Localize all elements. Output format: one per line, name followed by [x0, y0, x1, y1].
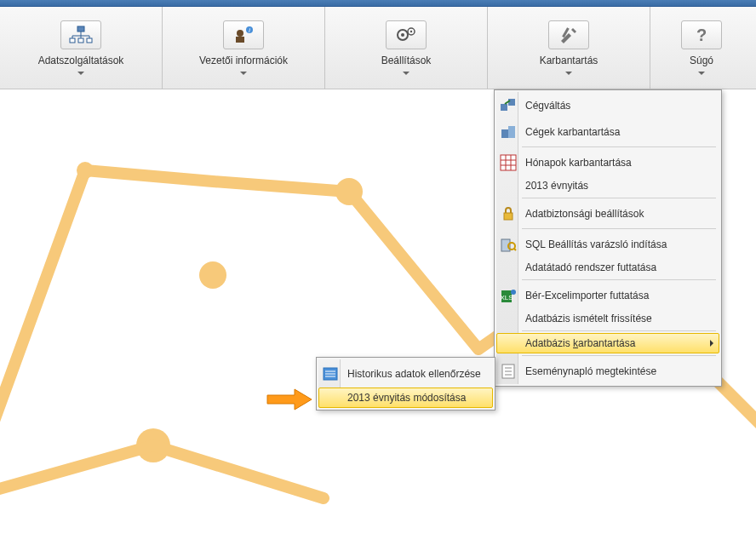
- svg-point-38: [511, 290, 516, 295]
- toolbar-label: Vezetői információk: [199, 55, 288, 66]
- svg-point-21: [335, 178, 363, 205]
- menu-item-year-open[interactable]: 2013 évnyitás: [496, 175, 719, 196]
- menu-item-label: SQL Beállítás varázsló indítása: [525, 238, 667, 250]
- menu-separator: [522, 279, 716, 280]
- chevron-down-icon: [77, 72, 84, 75]
- content-area: Cégváltás Cégek karbantartása Hónapok ka…: [0, 89, 756, 534]
- svg-text:XLS: XLS: [500, 294, 513, 301]
- svg-rect-25: [501, 129, 508, 138]
- manager-info-icon: i: [223, 20, 264, 49]
- settings-gears-icon: [386, 20, 427, 49]
- toolbar-maintenance[interactable]: Karbantartás: [488, 7, 650, 89]
- toolbar-label: Beállítások: [381, 55, 432, 66]
- svg-point-9: [237, 30, 243, 37]
- chevron-down-icon: [698, 72, 705, 75]
- history-check-icon: [321, 365, 340, 383]
- menu-separator: [522, 330, 716, 331]
- toolbar-help[interactable]: ? Súgó: [650, 7, 753, 89]
- svg-point-20: [199, 261, 226, 289]
- svg-rect-23: [501, 104, 507, 111]
- sql-wizard-icon: [499, 235, 518, 254]
- window-titlebar: [0, 0, 756, 7]
- menu-item-eventlog[interactable]: Eseménynapló megtekintése: [496, 358, 719, 384]
- chevron-right-icon: [710, 340, 713, 347]
- menu-item-company-switch[interactable]: Cégváltás: [496, 92, 719, 118]
- toolbar-data-services[interactable]: Adatszolgáltatások: [0, 7, 163, 89]
- menu-item-sql-wizard[interactable]: SQL Beállítás varázsló indítása: [496, 231, 719, 257]
- svg-point-19: [77, 162, 94, 179]
- menu-item-label: Adatbázis karbantartása: [525, 337, 635, 349]
- menu-item-label: Eseménynapló megtekintése: [525, 365, 656, 377]
- svg-text:?: ?: [696, 26, 707, 44]
- menu-item-security-settings[interactable]: Adatbiztonsági beállítások: [496, 200, 719, 227]
- main-toolbar: Adatszolgáltatások i Vezetői információk…: [0, 7, 756, 89]
- svg-point-22: [136, 428, 170, 462]
- months-calendar-icon: [499, 153, 518, 172]
- menu-separator: [522, 146, 716, 147]
- submenu-item-history-check[interactable]: Historikus adatok ellenőrzése: [318, 359, 493, 388]
- menu-separator: [522, 355, 716, 356]
- company-switch-icon: [499, 96, 518, 115]
- svg-rect-8: [87, 38, 92, 43]
- menu-item-db-maintenance[interactable]: Adatbázis karbantartása: [496, 333, 719, 353]
- menu-item-label: Cégek karbantartása: [525, 126, 620, 138]
- menu-item-label: 2013 évnyitás: [525, 180, 588, 192]
- submenu-item-year-open-modify[interactable]: 2013 évnyitás módosítása: [318, 388, 493, 408]
- menu-item-label: Bér-Excelimporter futtatása: [525, 290, 649, 301]
- menu-item-db-refresh[interactable]: Adatbázis ismételt frissítése: [496, 308, 719, 329]
- maintenance-menu: Cégváltás Cégek karbantartása Hónapok ka…: [494, 89, 722, 387]
- menu-item-label: 2013 évnyitás módosítása: [347, 392, 466, 404]
- excel-import-icon: XLS: [499, 286, 518, 305]
- menu-item-label: Historikus adatok ellenőrzése: [347, 368, 481, 380]
- menu-separator: [522, 228, 716, 229]
- svg-rect-27: [501, 155, 516, 170]
- menu-item-label: Adatbázis ismételt frissítése: [525, 313, 652, 324]
- eventlog-icon: [499, 362, 518, 381]
- svg-line-35: [514, 249, 516, 250]
- svg-rect-10: [236, 37, 244, 43]
- menu-item-label: Cégváltás: [525, 100, 570, 112]
- chevron-down-icon: [403, 72, 410, 75]
- menu-item-label: Adatátadó rendszer futtatása: [525, 261, 656, 273]
- toolbar-manager-info[interactable]: i Vezetői információk: [163, 7, 325, 89]
- db-maintenance-submenu: Historikus adatok ellenőrzése 2013 évnyi…: [316, 357, 495, 411]
- chevron-down-icon: [240, 72, 247, 75]
- menu-item-months-maint[interactable]: Hónapok karbantartása: [496, 149, 719, 175]
- svg-point-14: [401, 33, 404, 37]
- company-maint-icon: [499, 123, 518, 141]
- toolbar-label: Karbantartás: [540, 55, 598, 66]
- svg-rect-6: [70, 38, 75, 43]
- svg-rect-26: [508, 126, 515, 138]
- menu-item-excel-importer[interactable]: XLS Bér-Excelimporter futtatása: [496, 282, 719, 308]
- menu-item-label: Hónapok karbantartása: [525, 157, 632, 169]
- svg-rect-24: [508, 99, 515, 106]
- org-chart-icon: [60, 20, 101, 49]
- svg-point-16: [410, 31, 412, 32]
- lock-icon: [499, 204, 518, 223]
- svg-rect-32: [504, 213, 513, 220]
- menu-item-company-maint[interactable]: Cégek karbantartása: [496, 118, 719, 145]
- toolbar-label: Adatszolgáltatások: [38, 55, 124, 66]
- menu-item-data-transfer[interactable]: Adatátadó rendszer futtatása: [496, 257, 719, 278]
- svg-rect-7: [78, 38, 83, 43]
- menu-item-label: Adatbiztonsági beállítások: [525, 208, 644, 220]
- toolbar-settings[interactable]: Beállítások: [325, 7, 488, 89]
- chevron-down-icon: [565, 72, 572, 75]
- menu-separator: [522, 198, 716, 198]
- tools-icon: [548, 20, 589, 49]
- toolbar-label: Súgó: [690, 55, 713, 66]
- help-icon: ?: [681, 20, 722, 49]
- svg-rect-0: [77, 26, 84, 32]
- callout-arrow-icon: [266, 388, 310, 410]
